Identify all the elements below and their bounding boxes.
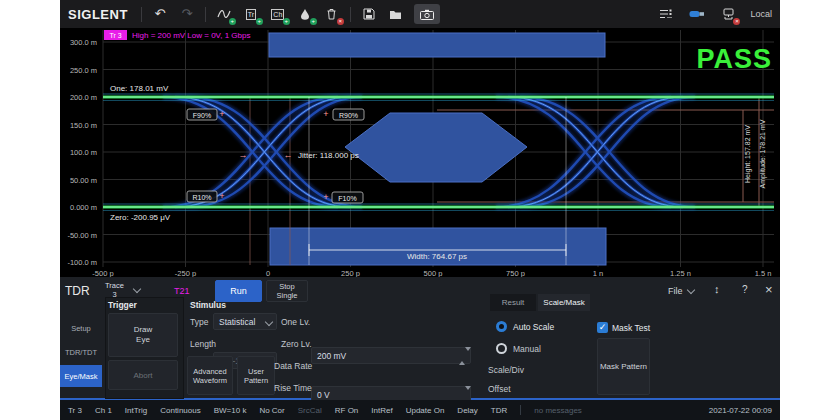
type-label: Type xyxy=(190,317,208,327)
save-icon[interactable] xyxy=(360,5,378,23)
status-datetime: 2021-07-22 00:09 xyxy=(709,406,772,415)
status-separator xyxy=(520,405,521,415)
delete-badge xyxy=(337,18,344,25)
toolbar-separator xyxy=(141,7,142,22)
type-dropdown[interactable]: Statistical xyxy=(213,313,277,330)
local-mode-label[interactable]: Local xyxy=(750,9,772,19)
zero-level-value: 0 V xyxy=(317,390,330,400)
one-level-value: 200 mV xyxy=(317,351,346,361)
advanced-waveform-button[interactable]: Advanced Waveform xyxy=(187,356,233,395)
delete-icon[interactable] xyxy=(323,5,341,23)
trace-badge: Tr 3 xyxy=(109,32,121,39)
add-waveform-icon[interactable] xyxy=(215,5,233,23)
x-tick: 0 xyxy=(266,269,270,278)
network-disconnected-badge xyxy=(733,18,740,25)
network-icon[interactable] xyxy=(719,5,737,23)
amplitude-label: Amplitude: 178.21 mV xyxy=(759,119,767,188)
status-trace: Tr 3 xyxy=(68,406,82,415)
chevron-down-icon xyxy=(133,285,141,293)
add-badge xyxy=(229,18,236,25)
y-tick: -100.0 m xyxy=(67,258,97,267)
add-badge xyxy=(310,18,317,25)
status-trigger: IntTrig xyxy=(125,406,147,415)
chevron-down-icon xyxy=(686,286,694,294)
status-bandwidth: BW=10 k xyxy=(214,406,247,415)
y-tick: 250.0 m xyxy=(70,66,97,75)
eye-diagram-area: 300.0 m 250.0 m 200.0 m 150.0 m 100.0 m … xyxy=(60,28,780,277)
usb-icon[interactable] xyxy=(688,5,706,23)
mask-pattern-button[interactable]: Mask Pattern xyxy=(597,338,650,395)
r10-badge: R10% xyxy=(192,194,211,201)
draw-eye-button[interactable]: Draw Eye xyxy=(108,313,178,357)
screenshot-button[interactable] xyxy=(414,4,440,24)
status-srccal: SrcCal xyxy=(298,406,322,415)
open-file-icon[interactable] xyxy=(387,5,405,23)
auto-scale-label: Auto Scale xyxy=(513,322,554,332)
undo-icon[interactable]: ↶ xyxy=(151,5,169,23)
x-axis-labels: -500 p -250 p 0 250 p 500 p 750 p 1 n 1.… xyxy=(92,269,771,278)
y-tick: 300.0 m xyxy=(70,38,97,47)
redo-icon[interactable]: ↷ xyxy=(178,5,196,23)
close-icon[interactable]: × xyxy=(765,282,773,297)
toolbar-separator xyxy=(350,7,351,22)
sidebar-item-setup[interactable]: Setup xyxy=(60,317,102,339)
tab-scale-mask[interactable]: Scale/Mask xyxy=(538,294,590,311)
resize-panel-icon[interactable]: ↕ xyxy=(714,283,720,295)
status-message: no messages xyxy=(534,406,582,415)
x-tick: 750 p xyxy=(506,269,525,278)
run-button[interactable]: Run xyxy=(215,280,262,302)
zero-level-label: Zero: -200.95 μV xyxy=(110,213,171,222)
jitter-arrow-right: → xyxy=(239,150,248,160)
f90-marker: + xyxy=(219,109,224,119)
add-channel-icon[interactable]: Ch xyxy=(269,5,287,23)
trace-info-row: Tr 3 High = 200 mV Low = 0V, 1 Gbps xyxy=(104,30,250,40)
mask-test-checkbox[interactable] xyxy=(597,322,608,333)
sidebar-item-eye-mask[interactable]: Eye/Mask xyxy=(60,365,102,387)
mask-test-result: PASS xyxy=(696,44,772,74)
manual-radio[interactable] xyxy=(496,343,507,354)
manual-label: Manual xyxy=(513,344,541,354)
add-trace-icon[interactable]: Tr xyxy=(242,5,260,23)
y-tick: 150.0 m xyxy=(70,121,97,130)
x-tick: 250 p xyxy=(341,269,360,278)
auto-scale-radio[interactable] xyxy=(496,321,507,332)
y-tick: 0.000 m xyxy=(70,203,97,212)
one-level-label: One: 178.01 mV xyxy=(110,84,169,93)
sidebar-item-tdr-tdt[interactable]: TDR/TDT xyxy=(60,341,102,363)
zero-level-field-label: Zero Lv. xyxy=(281,339,312,349)
preset-list-icon[interactable] xyxy=(657,5,675,23)
tab-result[interactable]: Result xyxy=(490,294,536,311)
f90-badge: F90% xyxy=(193,112,211,119)
app-label: TDR xyxy=(65,284,90,298)
one-level-field[interactable]: 200 mV xyxy=(311,347,471,364)
y-tick: 50.00 m xyxy=(70,176,97,185)
add-marker-icon[interactable] xyxy=(296,5,314,23)
user-pattern-button[interactable]: User Pattern xyxy=(237,356,275,395)
trace-name-label[interactable]: T21 xyxy=(174,286,190,296)
r90-badge: R90% xyxy=(339,112,358,119)
help-icon[interactable]: ? xyxy=(742,284,748,295)
status-correction: No Cor xyxy=(259,406,284,415)
eye-diagram-svg: 300.0 m 250.0 m 200.0 m 150.0 m 100.0 m … xyxy=(60,28,780,277)
file-menu-label: File xyxy=(668,286,683,296)
r90-marker: + xyxy=(323,109,328,119)
spinner-icon[interactable] xyxy=(459,351,467,362)
x-tick: -500 p xyxy=(92,269,113,278)
x-tick: 500 p xyxy=(424,269,443,278)
siglent-logo: SIGLENT xyxy=(68,7,128,22)
mask-center-hexagon xyxy=(345,113,527,182)
y-tick: -50.00 m xyxy=(67,231,97,240)
status-update: Update On xyxy=(406,406,445,415)
height-label: Height: 157.82 mV xyxy=(744,125,752,183)
stop-single-button[interactable]: Stop Single xyxy=(266,280,308,302)
top-toolbar: SIGLENT ↶ ↷ Tr Ch xyxy=(60,0,780,28)
x-tick: 1 n xyxy=(593,269,603,278)
y-tick: 100.0 m xyxy=(70,148,97,157)
status-rf: RF On xyxy=(335,406,359,415)
one-level-field-label: One Lv. xyxy=(281,317,310,327)
add-badge xyxy=(283,18,290,25)
abort-button[interactable]: Abort xyxy=(108,360,178,390)
file-menu[interactable]: File xyxy=(668,286,694,296)
mask-regions xyxy=(269,33,606,265)
stimulus-title: Stimulus xyxy=(190,300,226,310)
